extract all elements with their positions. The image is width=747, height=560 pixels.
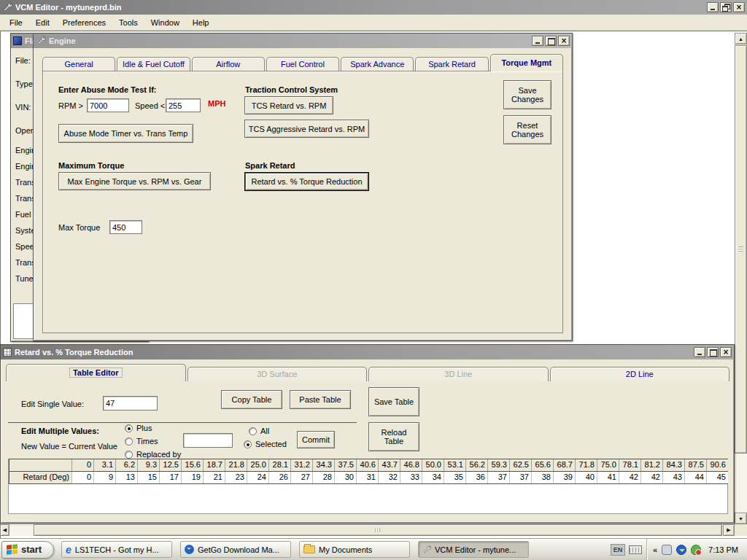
task-getgo[interactable]: GetGo Download Ma... <box>180 541 291 558</box>
multi-value-input[interactable] <box>183 433 233 448</box>
table-value-cell[interactable]: 27 <box>290 472 312 483</box>
task-my-documents[interactable]: My Documents <box>299 541 410 558</box>
table-header-cell[interactable]: 37.5 <box>334 459 356 471</box>
table-header-cell[interactable]: 65.6 <box>531 459 553 471</box>
table-header-cell[interactable]: 62.5 <box>509 459 531 471</box>
table-header-cell[interactable]: 31.2 <box>290 459 312 471</box>
menu-window[interactable]: Window <box>144 17 186 28</box>
minimize-icon[interactable] <box>694 347 705 357</box>
tcs-aggressive-retard-button[interactable]: TCS Aggressive Retard vs. RPM <box>244 120 369 138</box>
table-header-cell[interactable]: 18.7 <box>203 459 225 471</box>
menu-help[interactable]: Help <box>186 17 216 28</box>
table-value-cell[interactable]: 43 <box>662 472 684 483</box>
table-value-cell[interactable]: 17 <box>159 472 181 483</box>
tab-2d-line[interactable]: 2D Line <box>550 367 730 381</box>
table-header-cell[interactable]: 28.1 <box>268 459 290 471</box>
table-header-cell[interactable]: 81.2 <box>640 459 662 471</box>
tab-airflow[interactable]: Airflow <box>192 57 265 71</box>
close-icon[interactable] <box>720 347 732 357</box>
table-header-cell[interactable]: 71.8 <box>575 459 597 471</box>
table-value-cell[interactable]: 45 <box>706 472 728 483</box>
table-header-cell[interactable]: 59.3 <box>487 459 509 471</box>
table-value-cell[interactable]: 19 <box>181 472 203 483</box>
maximize-icon[interactable] <box>707 347 719 357</box>
table-value-cell[interactable]: 33 <box>400 472 422 483</box>
table-header-cell[interactable]: 53.1 <box>444 459 465 471</box>
table-header-cell[interactable]: 87.5 <box>684 459 706 471</box>
rpm-input[interactable] <box>87 98 129 112</box>
max-torque-input[interactable] <box>109 220 142 234</box>
table-header-cell[interactable]: 68.7 <box>553 459 575 471</box>
language-indicator[interactable]: EN <box>611 544 625 556</box>
paste-table-button[interactable]: Paste Table <box>290 390 351 409</box>
table-header-cell[interactable]: 43.7 <box>378 459 400 471</box>
getgo-tray-icon[interactable] <box>676 545 686 555</box>
scroll-up-icon[interactable]: ▲ <box>735 33 747 44</box>
table-value-cell[interactable]: 15 <box>137 472 159 483</box>
table-header-cell[interactable]: 0 <box>71 459 93 471</box>
tab-general[interactable]: General <box>42 57 115 71</box>
table-header-cell[interactable]: 21.8 <box>225 459 247 471</box>
table-window-titlebar[interactable]: Retard vs. % Torque Reduction <box>1 345 734 359</box>
tab-spark-retard[interactable]: Spark Retard <box>415 57 488 71</box>
table-value-cell[interactable]: 42 <box>640 472 662 483</box>
restore-icon[interactable] <box>720 2 732 12</box>
radio-plus[interactable]: Plus <box>125 424 152 432</box>
close-icon[interactable] <box>558 36 570 46</box>
edit-single-value-input[interactable] <box>103 396 158 411</box>
abuse-mode-timer-button[interactable]: Abuse Mode Timer vs. Trans Temp <box>58 124 193 143</box>
max-engine-torque-button[interactable]: Max Engine Torque vs. RPM vs. Gear <box>58 172 211 190</box>
engine-window-titlebar[interactable]: Engine <box>34 34 572 48</box>
maximize-icon[interactable] <box>545 36 557 46</box>
table-value-cell[interactable]: 23 <box>225 472 247 483</box>
start-button[interactable]: start <box>1 541 54 559</box>
minimize-icon[interactable] <box>532 36 543 46</box>
commit-button[interactable]: Commit <box>297 431 335 448</box>
table-header-cell[interactable]: 40.6 <box>356 459 378 471</box>
minimize-icon[interactable] <box>707 2 719 12</box>
retard-vs-torque-reduction-button[interactable]: Retard vs. % Torque Reduction <box>245 173 368 190</box>
table-value-cell[interactable]: 36 <box>465 472 487 483</box>
menu-edit[interactable]: Edit <box>29 17 56 28</box>
table-header-cell[interactable]: 34.3 <box>312 459 334 471</box>
table-header-cell[interactable]: 78.1 <box>619 459 640 471</box>
table-value-cell[interactable]: 24 <box>247 472 268 483</box>
menu-preferences[interactable]: Preferences <box>56 17 112 28</box>
task-vcm-editor[interactable]: VCM Editor - mytune... <box>418 541 529 558</box>
table-value-cell[interactable]: 34 <box>422 472 444 483</box>
messenger-tray-icon[interactable] <box>691 545 701 555</box>
scrollbar-thumb[interactable] <box>34 524 722 536</box>
copy-table-button[interactable]: Copy Table <box>221 390 282 409</box>
table-value-cell[interactable]: 42 <box>619 472 640 483</box>
collapse-chevron-icon[interactable]: « <box>653 545 657 554</box>
tab-idle-fuel-cutoff[interactable]: Idle & Fuel Cutoff <box>117 57 190 71</box>
table-value-cell[interactable]: 32 <box>378 472 400 483</box>
table-header-cell[interactable]: 50.0 <box>422 459 444 471</box>
table-value-cell[interactable]: 44 <box>684 472 706 483</box>
table-header-cell[interactable]: 46.8 <box>400 459 422 471</box>
table-value-cell[interactable]: 41 <box>597 472 619 483</box>
table-header-cell[interactable]: 15.6 <box>181 459 203 471</box>
reset-changes-button[interactable]: Reset Changes <box>503 115 551 144</box>
table-value-cell[interactable]: 30 <box>334 472 356 483</box>
table-header-cell[interactable]: 9.3 <box>137 459 159 471</box>
table-value-cell[interactable]: 40 <box>575 472 597 483</box>
main-window-titlebar[interactable]: VCM Editor - mytuneprd.bin <box>0 0 747 15</box>
table-value-cell[interactable]: 28 <box>312 472 334 483</box>
save-table-button[interactable]: Save Table <box>368 387 419 416</box>
scroll-right-icon[interactable]: ▶ <box>723 524 735 536</box>
task-ls1tech[interactable]: e LS1TECH - Got my H... <box>61 541 172 558</box>
speed-input[interactable] <box>166 98 201 112</box>
tcs-retard-button[interactable]: TCS Retard vs. RPM <box>244 96 333 114</box>
table-header-cell[interactable]: 3.1 <box>93 459 115 471</box>
table-header-cell[interactable]: 25.0 <box>247 459 268 471</box>
table-value-cell[interactable]: 37 <box>487 472 509 483</box>
table-value-cell[interactable]: 31 <box>356 472 378 483</box>
scroll-left-icon[interactable]: ◀ <box>0 524 9 536</box>
radio-times[interactable]: Times <box>125 437 158 446</box>
scrollbar-thumb[interactable] <box>735 45 747 454</box>
table-value-cell[interactable]: 26 <box>268 472 290 483</box>
tab-table-editor[interactable]: Table Editor <box>6 364 186 381</box>
table-header-cell[interactable]: 75.0 <box>597 459 619 471</box>
radio-replaced-by[interactable]: Replaced by <box>125 450 181 459</box>
